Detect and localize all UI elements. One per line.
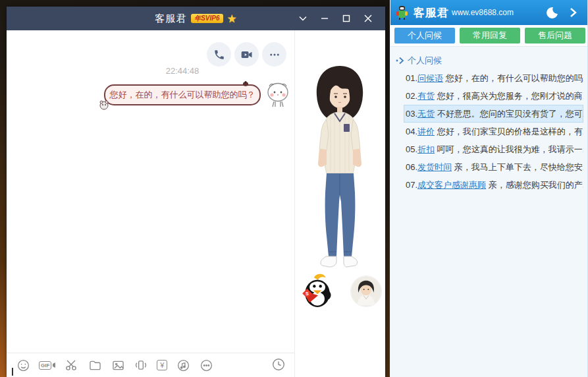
tab-common-replies[interactable]: 常用回复 [460,28,520,44]
qa-link[interactable]: 有货 [417,91,435,101]
qa-list: 01.问候语 您好，在的，有什么可以帮助您的吗... 02.有货 您好，很高兴为… [390,69,587,194]
qa-item-out-of-stock[interactable]: → 03.无货 不好意思。您问的宝贝没有货了，您可... [404,105,583,123]
more-actions-button[interactable] [262,42,286,67]
qa-item-bargaining[interactable]: 04.讲价 您好，我们家宝贝的价格是这样的，有... [404,123,583,140]
assistant-url: www.ev8688.com [452,8,514,17]
user-photo-avatar[interactable] [350,276,382,307]
close-button[interactable] [357,7,379,30]
music-icon[interactable] [176,358,190,372]
section-arrow-icon [396,57,405,65]
section-header: 个人问候 [396,54,442,67]
assistant-header: 客服君 www.ev8688.com [390,0,587,25]
file-folder-icon[interactable] [88,358,102,372]
message-bubble: 您好，在的，有什么可以帮助您的吗？ [104,84,261,105]
gif-hot-image-icon[interactable]: GIF [39,358,56,372]
red-packet-icon[interactable]: ¥ [157,358,167,372]
minimize-button[interactable] [313,7,335,30]
bubble-mouse-decoration [99,100,109,110]
chat-body: 22:44:48 您好，在的，有什么可以帮助您的吗？ [7,30,385,377]
sticker-face-avatar[interactable] [265,80,291,109]
qa-item-in-stock[interactable]: 02.有货 您好，很高兴为您服务，您刚才说的商... [404,87,583,105]
image-icon[interactable] [111,358,125,372]
message-history-clock-icon[interactable] [272,358,286,372]
window-title: 客服君 [155,13,186,25]
voice-call-button[interactable] [207,42,231,67]
star-icon: ★ [227,12,237,26]
collapse-chevron-icon[interactable] [292,7,313,30]
svg-text:S: S [306,291,309,297]
qq-show-stage: S [295,30,385,377]
tab-aftersales-issues[interactable]: 售后问题 [525,28,585,44]
screenshot-scissors-icon[interactable] [65,358,79,372]
message-timestamp: 22:44:48 [104,66,261,76]
emoji-icon[interactable] [16,358,30,372]
qq-penguin-avatar[interactable]: S [300,273,333,308]
video-camera-icon [240,48,254,61]
qa-link[interactable]: 折扣 [417,144,435,154]
qa-link[interactable]: 讲价 [417,127,435,136]
qa-link[interactable]: 发货时间 [417,162,452,172]
tab-separator [390,46,587,47]
mascot-icon [396,5,408,20]
titlebar: 客服君 年SVIP6 ★ [7,7,385,30]
qa-item-greeting[interactable]: 01.问候语 您好，在的，有什么可以帮助您的吗... [404,69,583,87]
more-tools-icon[interactable] [199,358,213,372]
bubble-bug-decoration [242,81,249,86]
qa-link[interactable]: 成交客户感谢惠顾 [417,180,486,190]
qa-link[interactable]: 无货 [417,109,435,119]
conversation-area: 22:44:48 您好，在的，有什么可以帮助您的吗？ [7,30,294,377]
chat-window: 客服君 年SVIP6 ★ [7,7,385,377]
ellipsis-icon [269,49,281,61]
video-call-button[interactable] [234,42,259,67]
input-toolbar: GIF [7,353,294,377]
expand-chevron-right-icon[interactable] [566,6,579,19]
input-caret [12,368,13,376]
qa-link[interactable]: 问候语 [417,73,443,83]
qa-item-thank-customer[interactable]: 07.成交客户感谢惠顾 亲，感谢您购买我们的产... [404,176,583,194]
assistant-panel: 客服君 www.ev8688.com 个人问候 常用回复 售后问题 个人问候 0… [390,0,588,377]
window-shake-icon[interactable] [134,358,148,372]
phone-icon [213,49,225,61]
qq-show-character [296,61,383,270]
qa-item-discount[interactable]: 05.折扣 呵呵，您这真的让我很为难，我请示一... [404,140,583,158]
vip-badge: 年SVIP6 [191,14,223,23]
call-toolbar [207,42,286,67]
night-mode-moon-icon[interactable] [545,6,558,19]
window-controls [292,7,379,30]
tab-personal-greeting[interactable]: 个人问候 [394,28,455,44]
qa-item-shipping-time[interactable]: 06.发货时间 亲，我马上下单下去，尽快给您安... [404,158,583,176]
maximize-button[interactable] [335,7,357,30]
assistant-title: 客服君 [414,5,449,20]
message-text: 您好，在的，有什么可以帮助您的吗？ [110,89,255,101]
assistant-tabs: 个人问候 常用回复 售后问题 [390,25,587,46]
section-title: 个人问候 [408,55,442,67]
